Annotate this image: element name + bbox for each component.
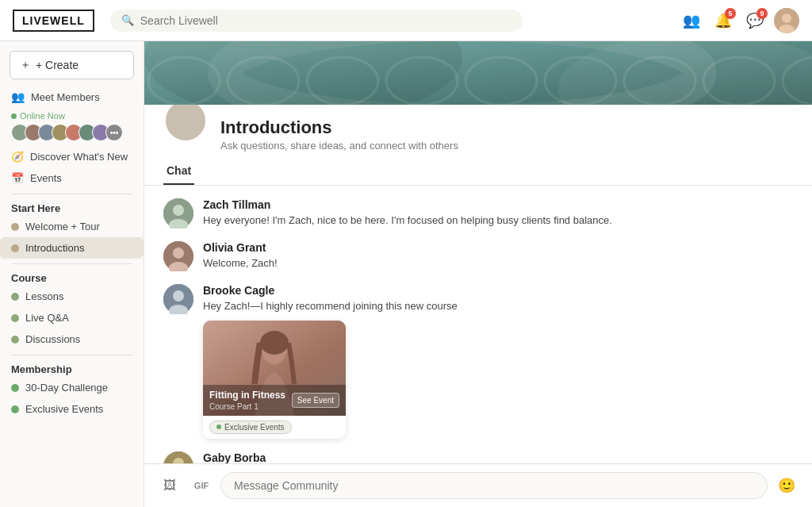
message-text-2: Welcome, Zach!	[203, 255, 793, 271]
create-label: + Create	[36, 59, 79, 71]
avatar-zach	[163, 198, 193, 229]
search-input[interactable]	[140, 14, 511, 27]
introductions-dot	[11, 244, 19, 252]
message-text-3: Hey Zach!—I highly recommend joining thi…	[203, 298, 793, 314]
content-area: Introductions Ask questions, share ideas…	[144, 41, 812, 507]
message-4: Gaby Borba Hi everyone, I'm Gaby. I'm ba…	[163, 451, 793, 464]
channel-info: Introductions Ask questions, share ideas…	[220, 117, 793, 152]
course-card: Fitting in Fitness Course Part 1 See Eve…	[203, 321, 346, 439]
exclusive-events-dot	[11, 405, 19, 413]
sidebar-item-discover[interactable]: 🧭 Discover What's New	[0, 146, 144, 167]
30day-dot	[11, 384, 19, 392]
discussions-label: Discussions	[25, 333, 80, 345]
online-dot	[11, 113, 17, 119]
channel-banner	[144, 41, 812, 105]
user-avatar[interactable]	[774, 8, 799, 33]
avatar-gaby	[163, 451, 193, 464]
create-button[interactable]: ＋ + Create	[10, 51, 134, 79]
divider-1	[11, 194, 132, 194]
svg-point-5	[144, 41, 462, 105]
sidebar-item-liveqa[interactable]: Live Q&A	[0, 307, 144, 328]
notification-badge-2: 9	[756, 8, 768, 19]
notification-badge-1: 5	[725, 8, 736, 19]
exclusive-events-label: Exclusive Events	[25, 403, 103, 415]
message-author-2: Olivia Grant	[203, 241, 793, 254]
svg-rect-3	[144, 41, 812, 105]
people-icon: 👥	[11, 90, 25, 103]
notification-btn-2[interactable]: 💬 9	[742, 8, 768, 33]
sidebar-item-lessons[interactable]: Lessons	[0, 286, 144, 307]
liveqa-dot	[11, 314, 19, 322]
card-title-area: Fitting in Fitness Course Part 1	[209, 390, 285, 411]
exclusive-badge-dot	[216, 424, 221, 429]
divider-3	[11, 355, 132, 355]
svg-point-14	[173, 290, 184, 302]
message-3: Brooke Cagle Hey Zach!—I highly recommen…	[163, 284, 793, 439]
avatar-brooke	[163, 284, 193, 314]
online-avatar-more: •••	[105, 124, 123, 141]
message-author-1: Zach Tillman	[203, 198, 793, 211]
course-section-label: Course	[0, 269, 144, 286]
sidebar-item-exclusive-events[interactable]: Exclusive Events	[0, 398, 144, 420]
30day-label: 30-Day Challenge	[25, 382, 108, 394]
svg-point-6	[557, 41, 812, 105]
divider-2	[11, 263, 132, 264]
start-here-section-label: Start Here	[0, 199, 144, 216]
message-input[interactable]	[220, 472, 768, 499]
card-image: Fitting in Fitness Course Part 1 See Eve…	[203, 321, 346, 416]
gif-icon: GIF	[194, 481, 209, 490]
people-icon-btn[interactable]: 👥	[679, 8, 704, 33]
liveqa-label: Live Q&A	[25, 312, 69, 324]
people-icon: 👥	[683, 12, 700, 29]
sidebar-item-events[interactable]: 📅 Events	[0, 167, 144, 189]
message-2: Olivia Grant Welcome, Zach!	[163, 241, 793, 271]
card-overlay: Fitting in Fitness Course Part 1 See Eve…	[203, 385, 346, 416]
gif-button[interactable]: GIF	[189, 473, 214, 498]
tab-chat[interactable]: Chat	[163, 158, 194, 185]
message-author-3: Brooke Cagle	[203, 284, 793, 297]
message-content-4: Gaby Borba Hi everyone, I'm Gaby. I'm ba…	[203, 451, 793, 464]
svg-point-1	[782, 13, 791, 23]
search-bar: 🔍	[110, 10, 523, 32]
sidebar-item-30day[interactable]: 30-Day Challenge	[0, 377, 144, 398]
see-event-button[interactable]: See Event	[292, 393, 339, 408]
compass-icon: 🧭	[11, 151, 24, 163]
welcome-tour-dot	[11, 223, 19, 231]
calendar-icon: 📅	[11, 172, 24, 184]
discover-label: Discover What's New	[30, 151, 128, 163]
svg-point-8	[173, 205, 184, 216]
svg-point-4	[224, 41, 700, 105]
logo: LIVEWELL	[13, 10, 94, 32]
svg-point-11	[173, 248, 184, 259]
online-label: Online Now	[20, 111, 65, 121]
lessons-label: Lessons	[25, 290, 63, 302]
search-icon: 🔍	[121, 14, 134, 26]
chat-area: Zach Tillman Hey everyone! I'm Zach, nic…	[144, 186, 812, 463]
plus-icon: ＋	[20, 58, 31, 72]
online-indicator: Online Now	[11, 111, 132, 121]
message-content-1: Zach Tillman Hey everyone! I'm Zach, nic…	[203, 198, 793, 229]
events-label: Events	[30, 172, 62, 184]
notification-btn-1[interactable]: 🔔 5	[710, 8, 736, 33]
exclusive-badge: Exclusive Events	[209, 421, 292, 434]
lessons-dot	[11, 293, 19, 301]
discussions-dot	[11, 336, 19, 344]
welcome-tour-label: Welcome + Tour	[25, 221, 100, 232]
emoji-button[interactable]: 🙂	[774, 473, 799, 498]
svg-point-18	[260, 331, 289, 355]
sidebar-item-discussions[interactable]: Discussions	[0, 328, 144, 350]
sidebar-item-welcome-tour[interactable]: Welcome + Tour	[0, 216, 144, 237]
sidebar-item-introductions[interactable]: Introductions	[0, 237, 144, 259]
emoji-icon: 🙂	[778, 477, 795, 494]
image-upload-button[interactable]: 🖼	[157, 473, 182, 498]
sidebar-item-meet-members[interactable]: 👥 Meet Members	[0, 86, 144, 108]
membership-section-label: Membership	[0, 360, 144, 377]
top-nav: LIVEWELL 🔍 👥 🔔 5 💬 9	[0, 0, 812, 41]
card-subtitle: Course Part 1	[209, 402, 285, 411]
nav-icons: 👥 🔔 5 💬 9	[679, 8, 799, 33]
introductions-label: Introductions	[25, 242, 84, 254]
main-layout: ＋ + Create 👥 Meet Members Online Now •••	[0, 41, 812, 507]
card-footer: Exclusive Events	[203, 416, 346, 439]
message-input-area: 🖼 GIF 🙂	[144, 463, 812, 507]
channel-description: Ask questions, share ideas, and connect …	[220, 140, 793, 152]
